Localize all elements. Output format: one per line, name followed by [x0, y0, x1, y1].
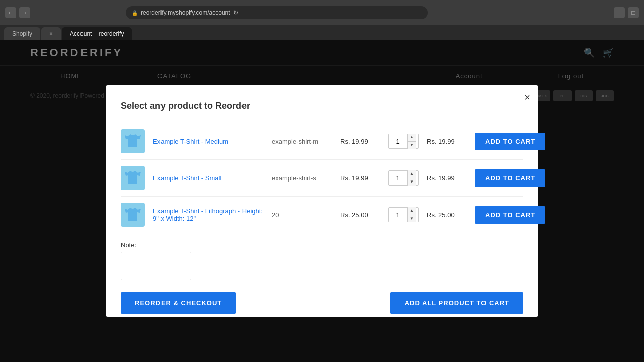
product-name[interactable]: Example T-Shirt - Lithograph - Height: 9…: [153, 207, 264, 222]
note-section: Note:: [121, 241, 523, 282]
qty-arrows: ▲ ▼: [407, 134, 416, 149]
quantity-value[interactable]: [389, 174, 407, 182]
add-all-product-button[interactable]: ADD ALL PRODUCT TO CART: [390, 292, 523, 314]
qty-up[interactable]: ▲: [408, 207, 416, 215]
product-price: Rs. 19.99: [340, 138, 380, 145]
qty-down[interactable]: ▼: [408, 178, 416, 186]
product-total: Rs. 19.99: [427, 138, 467, 145]
product-row: Example T-Shirt - Medium example-shirt-m…: [121, 123, 523, 160]
note-textarea[interactable]: [121, 252, 191, 280]
product-image: [121, 129, 145, 153]
product-sku: example-shirt-m: [272, 138, 332, 145]
quantity-value[interactable]: [389, 138, 407, 145]
product-total: Rs. 19.99: [427, 174, 467, 182]
tab-account-label: Account – reorderify: [70, 30, 124, 37]
lock-icon: 🔒: [132, 10, 138, 16]
qty-up[interactable]: ▲: [408, 134, 416, 142]
product-row: Example T-Shirt - Lithograph - Height: 9…: [121, 197, 523, 233]
modal-footer: REORDER & CHECKOUT ADD ALL PRODUCT TO CA…: [121, 292, 523, 314]
site-background: REORDERIFY 🔍 🛒 HOME CATALOG Account Log …: [0, 40, 644, 362]
add-to-cart-button-3[interactable]: ADD TO CART: [475, 206, 545, 224]
qty-up[interactable]: ▲: [408, 170, 416, 178]
product-price: Rs. 19.99: [340, 174, 380, 182]
product-sku: 20: [272, 211, 332, 219]
quantity-value[interactable]: [389, 211, 407, 219]
tab-account[interactable]: Account – reorderify: [62, 27, 132, 40]
quantity-input: ▲ ▼: [388, 207, 419, 222]
product-name[interactable]: Example T-Shirt - Small: [153, 174, 264, 182]
note-label: Note:: [121, 241, 523, 249]
reload-icon: ↻: [233, 9, 238, 16]
reorder-checkout-button[interactable]: REORDER & CHECKOUT: [121, 292, 236, 314]
address-bar[interactable]: 🔒 reorderify.myshopify.com/account ↻: [126, 6, 428, 19]
back-button[interactable]: ←: [5, 7, 16, 18]
qty-arrows: ▲ ▼: [407, 170, 416, 186]
product-sku: example-shirt-s: [272, 174, 332, 182]
url-text: reorderify.myshopify.com/account: [141, 9, 230, 16]
product-price: Rs. 25.00: [340, 211, 380, 219]
modal-close-button[interactable]: ×: [524, 92, 530, 103]
quantity-input: ▲ ▼: [388, 134, 419, 149]
tab-shopify-label: Shopify: [12, 30, 32, 37]
modal-title: Select any product to Reorder: [121, 101, 523, 111]
qty-down[interactable]: ▼: [408, 142, 416, 149]
browser-tabs: Shopify × Account – reorderify: [0, 25, 644, 40]
product-image: [121, 203, 145, 227]
forward-button[interactable]: →: [19, 7, 30, 18]
modal-overlay: × Select any product to Reorder Example …: [0, 40, 644, 362]
maximize-button[interactable]: □: [628, 7, 639, 18]
tab-shopify[interactable]: Shopify: [4, 27, 40, 40]
add-to-cart-button-2[interactable]: ADD TO CART: [475, 169, 545, 187]
product-image: [121, 166, 145, 190]
qty-arrows: ▲ ▼: [407, 207, 416, 222]
minimize-button[interactable]: —: [614, 7, 625, 18]
browser-chrome: ← → 🔒 reorderify.myshopify.com/account ↻…: [0, 0, 644, 25]
add-to-cart-button-1[interactable]: ADD TO CART: [475, 133, 545, 150]
tab-blank[interactable]: ×: [41, 27, 61, 40]
browser-controls: ← →: [5, 7, 30, 18]
product-total: Rs. 25.00: [427, 211, 467, 219]
qty-down[interactable]: ▼: [408, 215, 416, 223]
browser-right-controls: — □: [614, 7, 639, 18]
product-name[interactable]: Example T-Shirt - Medium: [153, 138, 264, 145]
modal: × Select any product to Reorder Example …: [106, 85, 538, 317]
quantity-input: ▲ ▼: [388, 170, 419, 186]
tab-blank-label: ×: [49, 30, 53, 37]
product-row: Example T-Shirt - Small example-shirt-s …: [121, 160, 523, 197]
